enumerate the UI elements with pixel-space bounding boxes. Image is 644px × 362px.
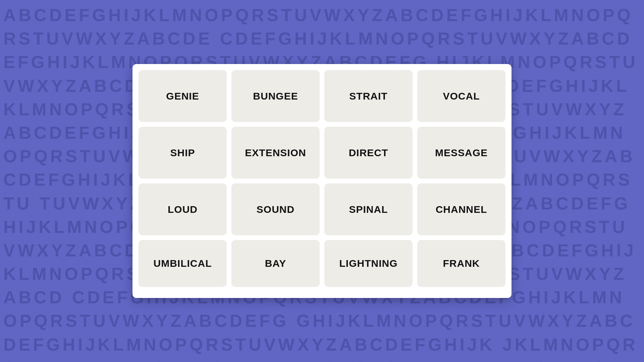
word-card-direct[interactable]: DIRECT (324, 127, 413, 179)
word-card-channel[interactable]: CHANNEL (417, 183, 505, 235)
word-card-bungee[interactable]: BUNGEE (231, 70, 320, 122)
word-label: SOUND (257, 204, 294, 215)
word-card-spinal[interactable]: SPINAL (324, 183, 413, 235)
word-label: GENIE (166, 90, 199, 102)
word-label: LIGHTNING (339, 258, 398, 269)
word-card-loud[interactable]: LOUD (139, 183, 227, 235)
word-label: BAY (265, 258, 286, 269)
word-card-genie[interactable]: GENIE (139, 70, 227, 122)
word-label: STRAIT (349, 90, 387, 102)
word-label: BUNGEE (253, 90, 298, 102)
word-label: CHANNEL (436, 204, 487, 215)
word-label: SHIP (170, 147, 195, 159)
word-card-frank[interactable]: FRANK (417, 240, 505, 287)
word-card-ship[interactable]: SHIP (139, 127, 227, 179)
word-card-umbilical[interactable]: UMBILICAL (139, 240, 227, 287)
word-card-bay[interactable]: BAY (231, 240, 320, 287)
word-label: MESSAGE (435, 147, 488, 159)
word-label: SPINAL (349, 204, 388, 215)
word-label: VOCAL (443, 90, 480, 102)
word-label: UMBILICAL (154, 258, 212, 269)
card-panel: GENIEBUNGEESTRAITVOCALSHIPEXTENSIONDIREC… (132, 64, 512, 298)
word-card-lightning[interactable]: LIGHTNING (324, 240, 413, 287)
word-card-vocal[interactable]: VOCAL (417, 70, 505, 122)
word-card-strait[interactable]: STRAIT (324, 70, 413, 122)
word-label: LOUD (168, 204, 198, 215)
word-card-message[interactable]: MESSAGE (417, 127, 505, 179)
word-card-sound[interactable]: SOUND (231, 183, 320, 235)
word-grid: GENIEBUNGEESTRAITVOCALSHIPEXTENSIONDIREC… (139, 70, 505, 292)
word-label: FRANK (443, 258, 480, 269)
word-label: EXTENSION (245, 147, 306, 159)
word-label: DIRECT (349, 147, 388, 159)
word-card-extension[interactable]: EXTENSION (231, 127, 320, 179)
